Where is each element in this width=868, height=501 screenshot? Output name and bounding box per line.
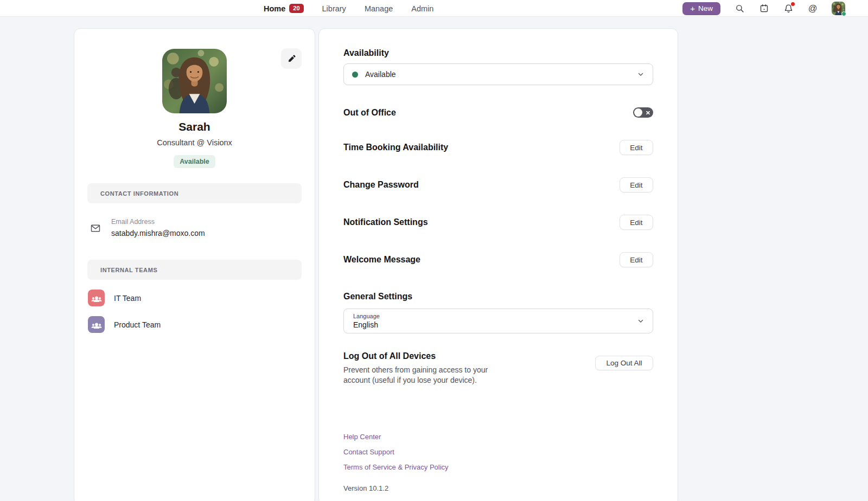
email-value: satabdy.mishra@moxo.com: [111, 229, 205, 237]
help-center-link[interactable]: Help Center: [343, 433, 381, 441]
online-status-dot: [841, 11, 846, 16]
new-button-label: New: [698, 4, 713, 12]
toggle-knob: [634, 108, 642, 117]
out-of-office-toggle[interactable]: [633, 107, 653, 118]
team-people-icon: [88, 316, 105, 333]
main-content: Sarah Consultant @ Visionx Available CON…: [0, 17, 868, 501]
mentions-at-icon[interactable]: [807, 3, 818, 14]
chevron-down-icon: [637, 317, 644, 325]
version-text: Version 10.1.2: [343, 484, 653, 492]
time-booking-heading: Time Booking Availability: [343, 143, 448, 152]
out-of-office-heading: Out of Office: [343, 108, 396, 118]
topbar-actions: New: [682, 0, 845, 17]
time-booking-row: Time Booking Availability Edit: [343, 140, 653, 155]
profile-card: Sarah Consultant @ Visionx Available CON…: [74, 28, 315, 501]
team-people-icon: [88, 290, 105, 306]
out-of-office-row: Out of Office: [343, 107, 653, 118]
footer-links: Help Center Contact Support Terms of Ser…: [343, 433, 653, 471]
nav-tab-admin[interactable]: Admin: [411, 4, 433, 13]
nav-tab-manage-label: Manage: [365, 4, 393, 13]
logout-text: Log Out of All Devices Prevent others fr…: [343, 351, 494, 386]
availability-status-badge: Available: [174, 155, 215, 168]
internal-teams-header: INTERNAL TEAMS: [87, 260, 302, 280]
terms-privacy-link[interactable]: Terms of Service & Privacy Policy: [343, 463, 449, 471]
availability-heading: Availability: [343, 48, 653, 58]
logout-all-row: Log Out of All Devices Prevent others fr…: [343, 351, 653, 386]
welcome-message-heading: Welcome Message: [343, 255, 420, 265]
email-text: Email Address satabdy.mishra@moxo.com: [111, 218, 205, 237]
availability-select[interactable]: Available: [343, 63, 653, 85]
toggle-off-x-icon: [646, 111, 650, 114]
chevron-down-icon: [637, 70, 644, 78]
email-row: Email Address satabdy.mishra@moxo.com: [87, 218, 302, 237]
notifications-bell-icon[interactable]: [783, 3, 794, 14]
email-icon: [90, 223, 101, 236]
notification-settings-edit-button[interactable]: Edit: [620, 215, 653, 230]
welcome-message-edit-button[interactable]: Edit: [620, 252, 653, 267]
notification-settings-row: Notification Settings Edit: [343, 215, 653, 230]
contact-information-header: CONTACT INFORMATION: [87, 183, 302, 203]
logout-all-heading: Log Out of All Devices: [343, 351, 494, 361]
home-count-badge: 20: [289, 4, 303, 13]
plus-icon: [690, 4, 695, 13]
nav-tab-library[interactable]: Library: [322, 4, 346, 13]
user-avatar[interactable]: [832, 2, 845, 15]
nav-tab-home[interactable]: Home 20: [264, 4, 304, 13]
general-settings-heading: General Settings: [343, 292, 653, 301]
nav-tab-manage[interactable]: Manage: [365, 4, 393, 13]
pencil-icon: [287, 54, 296, 63]
contact-support-link[interactable]: Contact Support: [343, 448, 394, 456]
time-booking-edit-button[interactable]: Edit: [620, 140, 653, 155]
language-select-value: English: [353, 320, 637, 329]
notification-settings-heading: Notification Settings: [343, 217, 428, 227]
search-icon[interactable]: [734, 3, 745, 14]
notification-dot: [791, 2, 795, 6]
profile-name: Sarah: [74, 120, 315, 133]
nav-tab-home-label: Home: [264, 4, 285, 13]
nav-tab-library-label: Library: [322, 4, 346, 13]
welcome-message-row: Welcome Message Edit: [343, 252, 653, 267]
available-status-dot: [352, 72, 358, 78]
availability-select-value: Available: [365, 70, 637, 79]
profile-photo: [162, 49, 227, 113]
settings-card: Availability Available Out of Office Tim…: [318, 28, 678, 501]
team-row-product[interactable]: Product Team: [87, 316, 302, 333]
change-password-edit-button[interactable]: Edit: [620, 177, 653, 192]
team-row-it[interactable]: IT Team: [87, 290, 302, 306]
primary-nav: Home 20 Library Manage Admin: [264, 0, 433, 17]
log-out-all-button[interactable]: Log Out All: [595, 356, 653, 370]
language-select[interactable]: Language English: [343, 309, 653, 333]
language-text: Language English: [353, 313, 637, 329]
top-bar: Home 20 Library Manage Admin New: [0, 0, 868, 17]
edit-profile-button[interactable]: [281, 48, 302, 69]
change-password-heading: Change Password: [343, 180, 419, 190]
team-name: Product Team: [114, 320, 161, 329]
change-password-row: Change Password Edit: [343, 177, 653, 192]
team-name: IT Team: [114, 294, 141, 303]
language-label: Language: [353, 313, 637, 319]
logout-all-description: Prevent others from gaining access to yo…: [343, 365, 494, 386]
nav-tab-admin-label: Admin: [411, 4, 433, 13]
email-label: Email Address: [111, 218, 205, 226]
calendar-icon[interactable]: [758, 3, 769, 14]
new-button[interactable]: New: [682, 2, 720, 15]
profile-title: Consultant @ Visionx: [74, 138, 315, 147]
